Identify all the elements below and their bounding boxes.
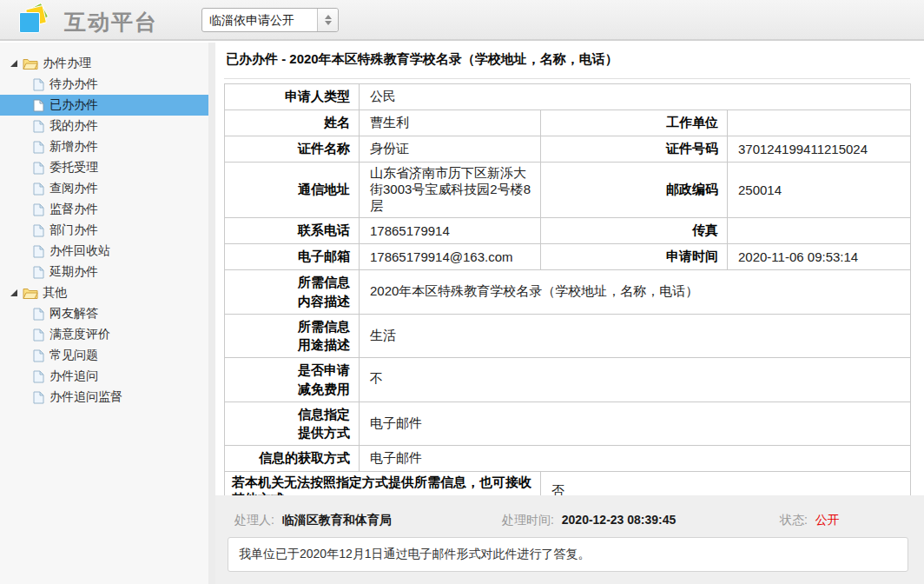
form-row-info-content: 所需信息内容描述 2020年本区特殊教育学校名录（学校地址，名称，电话）: [225, 270, 911, 315]
spinner-up-icon: [325, 15, 332, 19]
sidebar-item-label: 延期办件: [50, 264, 98, 280]
handle-time-field: 处理时间: 2020-12-23 08:39:45: [502, 513, 676, 528]
field-label: 通信地址: [225, 163, 360, 218]
tree-expander-icon[interactable]: [10, 289, 17, 296]
folder-icon: [23, 287, 38, 299]
field-label: 信息指定提供方式: [225, 402, 360, 446]
form-row-fee-waiver: 是否申请减免费用 不: [225, 358, 911, 402]
field-value: 公民: [360, 84, 911, 110]
field-label: 姓名: [225, 110, 360, 136]
field-value: 17865179914: [360, 218, 541, 244]
document-icon: [33, 120, 44, 133]
document-icon: [33, 203, 44, 216]
field-value: [728, 110, 911, 136]
document-icon: [33, 266, 44, 279]
status-badge: 公开: [815, 513, 840, 527]
spinner-icon[interactable]: [317, 9, 338, 31]
sidebar-item-label: 常见问题: [50, 348, 98, 363]
tree-expander-icon[interactable]: [10, 60, 17, 67]
field-label: 申请时间: [541, 244, 728, 270]
field-label: 证件名称: [225, 136, 360, 163]
field-label: 所需信息内容描述: [225, 270, 360, 315]
sidebar-item-chayue[interactable]: 查阅办件: [0, 178, 208, 199]
document-icon: [33, 391, 44, 404]
sidebar-item-xinzeng[interactable]: 新增办件: [0, 136, 208, 157]
sidebar-group-label: 办件办理: [43, 56, 91, 71]
field-value: 250014: [728, 163, 911, 218]
sidebar-item-label: 我的办件: [50, 118, 98, 134]
sidebar-item-label: 办件追问: [50, 368, 98, 384]
field-value: 电子邮件: [360, 402, 911, 446]
opinion-panel: 处理人: 临淄区教育和体育局 处理时间: 2020-12-23 08:39:45…: [215, 495, 924, 584]
field-label: 传真: [541, 218, 728, 244]
form-row-provide-method: 信息指定提供方式 电子邮件: [225, 402, 911, 446]
document-icon: [33, 78, 44, 91]
handler-label: 处理人:: [234, 513, 274, 527]
app-title: 互动平台: [64, 8, 158, 36]
field-value: [728, 218, 911, 244]
sidebar-item-manyidu[interactable]: 满意度评价: [0, 324, 208, 345]
channel-select-value: 临淄依申请公开: [202, 9, 317, 31]
document-icon: [33, 328, 44, 342]
sidebar-group-banjian-banli[interactable]: 办件办理: [0, 53, 208, 74]
sidebar-item-label: 办件追问监督: [50, 389, 122, 405]
sidebar-item-label: 网友解答: [50, 306, 98, 322]
sidebar-item-zhuiwen[interactable]: 办件追问: [0, 366, 208, 387]
field-value: 17865179914@163.com: [360, 244, 541, 270]
sidebar-item-jiandu[interactable]: 监督办件: [0, 199, 208, 220]
document-icon: [33, 99, 44, 112]
channel-select[interactable]: 临淄依申请公开: [201, 8, 339, 32]
handler-value: 临淄区教育和体育局: [282, 513, 392, 527]
sidebar-item-zhuiwen-jiandu[interactable]: 办件追问监督: [0, 387, 208, 408]
field-value: 生活: [360, 314, 911, 358]
field-label: 电子邮箱: [225, 244, 360, 270]
sidebar-item-label: 已办办件: [50, 97, 98, 113]
sidebar-item-label: 办件回收站: [50, 243, 110, 259]
form-row-obtain-method: 信息的获取方式 电子邮件: [225, 446, 911, 472]
field-label: 工作单位: [541, 110, 728, 136]
field-value: 不: [360, 358, 911, 402]
sidebar-tree: 办件办理 待办办件 已办办件 我的办件 新增办件 委托受理 查阅办件 监督办件: [0, 53, 208, 408]
sidebar-item-wangyou[interactable]: 网友解答: [0, 303, 208, 324]
sidebar-item-label: 新增办件: [50, 139, 98, 155]
handle-time-value: 2020-12-23 08:39:45: [562, 513, 676, 527]
sidebar-item-label: 查阅办件: [50, 181, 98, 196]
sidebar-item-yanqi[interactable]: 延期办件: [0, 262, 208, 282]
field-value: 370124199411215024: [728, 136, 911, 163]
document-icon: [33, 245, 44, 258]
sidebar-item-changjian[interactable]: 常见问题: [0, 345, 208, 366]
sidebar-item-weituo[interactable]: 委托受理: [0, 157, 208, 178]
sidebar-item-bumen[interactable]: 部门办件: [0, 220, 208, 241]
sidebar-item-daiban[interactable]: 待办办件: [0, 74, 208, 95]
sidebar-item-yiban[interactable]: 已办办件: [0, 95, 208, 116]
document-icon: [33, 308, 44, 321]
form-row-info-usage: 所需信息用途描述 生活: [225, 314, 911, 358]
form-row-email: 电子邮箱 17865179914@163.com 申请时间 2020-11-06…: [225, 244, 911, 270]
sidebar-group-qita[interactable]: 其他: [0, 282, 208, 303]
app-header: 互动平台 临淄依申请公开: [0, 0, 924, 41]
form-row-applicant-type: 申请人类型 公民: [225, 84, 911, 110]
sidebar-item-wode[interactable]: 我的办件: [0, 116, 208, 136]
document-icon: [33, 162, 44, 175]
main-content: 已办办件 - 2020年本区特殊教育学校名录（学校地址，名称，电话） 申请人类型…: [215, 43, 924, 584]
sidebar-item-label: 满意度评价: [50, 327, 110, 342]
field-label: 信息的获取方式: [225, 446, 360, 472]
field-value: 2020-11-06 09:53:14: [728, 244, 911, 270]
form-row-phone: 联系电话 17865179914 传真: [225, 218, 911, 244]
field-label: 申请人类型: [225, 84, 360, 110]
field-label: 邮政编码: [541, 163, 728, 218]
sidebar-group-label: 其他: [43, 285, 67, 301]
status-label: 状态:: [780, 513, 808, 527]
sidebar-item-huishouzhan[interactable]: 办件回收站: [0, 241, 208, 262]
document-icon: [33, 182, 44, 196]
logo-blue-page-icon: [19, 12, 40, 33]
document-icon: [33, 141, 44, 154]
spinner-down-icon: [325, 21, 332, 25]
form-row-id-type: 证件名称 身份证 证件号码 370124199411215024: [225, 136, 911, 163]
status-field: 状态: 公开: [780, 513, 840, 528]
document-icon: [33, 224, 44, 237]
sidebar-item-label: 委托受理: [50, 160, 98, 176]
reply-text: 我单位已于2020年12月1日通过电子邮件形式对此件进行了答复。: [228, 537, 908, 572]
field-value: 身份证: [360, 136, 541, 163]
opinion-meta-row: 处理人: 临淄区教育和体育局 处理时间: 2020-12-23 08:39:45…: [215, 495, 924, 535]
